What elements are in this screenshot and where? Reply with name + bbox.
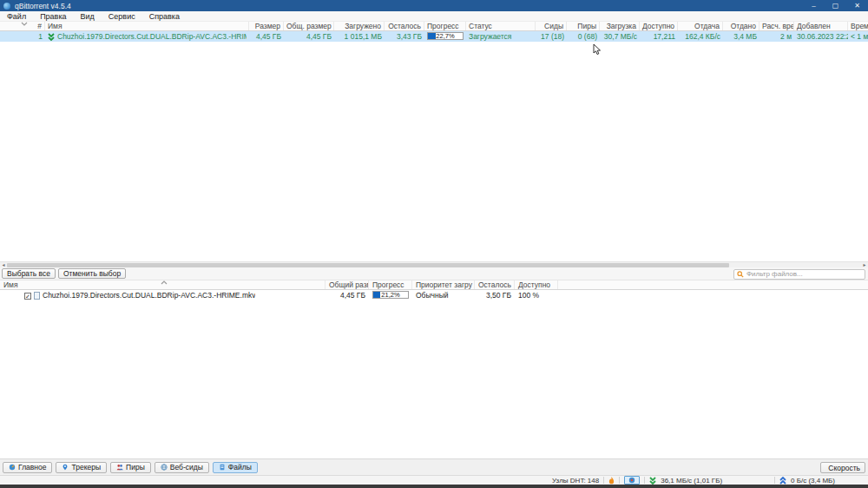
torrent-progress-cell: 22,7% (424, 31, 466, 42)
col-up-speed[interactable]: Отдача (678, 22, 723, 30)
torrent-down-speed: 30,7 МБ/с (600, 31, 640, 42)
deselect-all-button[interactable]: Отменить выбор (58, 268, 126, 279)
window-bottom-edge (0, 485, 868, 488)
torrent-added-on: 30.06.2023 22:25 (794, 31, 848, 42)
torrent-seeds: 17 (18) (536, 31, 567, 42)
torrent-list-header: # Имя Размер Общ. размер Загружено Остал… (0, 22, 868, 31)
menu-help[interactable]: Справка (142, 11, 187, 22)
torrent-downloaded: 1 015,1 МБ (334, 31, 385, 42)
close-button[interactable]: ✕ (846, 0, 868, 11)
col-remaining[interactable]: Осталось (385, 22, 424, 30)
file-availability: 100 % (515, 290, 558, 301)
torrent-progress-bar: 22,7% (427, 32, 464, 40)
col-status[interactable]: Статус (466, 22, 536, 30)
file-checkbox[interactable]: ✓ (24, 293, 31, 300)
torrent-size: 4,45 ГБ (249, 31, 284, 42)
col-downloaded[interactable]: Загружено (334, 22, 385, 30)
torrent-number: 1 (0, 31, 45, 42)
file-priority[interactable]: Обычный (412, 290, 475, 301)
separator (619, 477, 620, 484)
connection-status-icon (628, 477, 635, 484)
search-icon (737, 271, 744, 278)
torrent-remaining: 3,43 ГБ (385, 31, 424, 42)
speed-button[interactable]: Скорость (820, 462, 865, 473)
files-icon (219, 464, 226, 471)
torrent-time-active: < 1 м (848, 31, 868, 42)
upload-speed-icon (779, 477, 786, 485)
col-time-active[interactable]: Время акти (848, 22, 868, 30)
menu-view[interactable]: Вид (74, 11, 102, 22)
menu-tools[interactable]: Сервис (102, 11, 142, 22)
menu-bar: Файл Правка Вид Сервис Справка (0, 11, 868, 22)
downloading-status-icon (48, 33, 55, 41)
file-filter-box (733, 269, 865, 280)
minimize-button[interactable]: – (803, 0, 825, 11)
files-panel: Имя Общий размер Прогресс Приоритет загр… (0, 280, 868, 458)
torrent-peers: 0 (68) (567, 31, 600, 42)
col-down-speed[interactable]: Загрузка (600, 22, 640, 30)
file-progress-bar: 21,2% (372, 291, 409, 299)
tab-webseeds[interactable]: Веб-сиды (155, 462, 209, 473)
window-title: qBittorrent v4.5.4 (15, 2, 803, 10)
separator (774, 477, 775, 484)
torrent-row[interactable]: 1 Chuzhoi.1979.Directors.Cut.DUAL.BDRip-… (0, 31, 868, 42)
torrent-eta: 2 м (760, 31, 794, 42)
title-bar: qBittorrent v4.5.4 – ▢ ✕ (0, 0, 868, 11)
files-toolbar: Выбрать все Отменить выбор (0, 267, 868, 280)
global-upload-speed: 0 Б/с (3,4 МБ) (791, 477, 835, 485)
files-header: Имя Общий размер Прогресс Приоритет загр… (0, 280, 868, 290)
maximize-button[interactable]: ▢ (825, 0, 846, 11)
col-total-size[interactable]: Общ. размер (284, 22, 334, 30)
fcol-priority[interactable]: Приоритет загру (412, 280, 475, 289)
torrent-status: Загружается (466, 31, 536, 42)
global-download-speed: 36,1 МБ/с (1,01 ГБ) (661, 477, 722, 485)
file-icon (34, 292, 40, 300)
torrent-uploaded: 3,4 МБ (723, 31, 760, 42)
tab-trackers[interactable]: Трекеры (56, 462, 107, 473)
col-name[interactable]: Имя (45, 22, 249, 30)
alt-speed-flame-icon[interactable] (608, 477, 615, 485)
fcol-remaining[interactable]: Осталось (475, 280, 515, 289)
col-progress[interactable]: Прогресс (424, 22, 466, 30)
tab-general[interactable]: Главное (3, 462, 52, 473)
col-peers[interactable]: Пиры (567, 22, 600, 30)
col-eta[interactable]: Расч. время (760, 22, 794, 30)
properties-tab-bar: Главное Трекеры Пиры Веб-сиды (0, 458, 868, 475)
connection-status-box[interactable] (624, 476, 640, 485)
download-speed-icon (649, 477, 656, 485)
col-uploaded[interactable]: Отдано (723, 22, 760, 30)
torrent-availability: 17,211 (640, 31, 678, 42)
torrent-list: # Имя Размер Общ. размер Загружено Остал… (0, 22, 868, 261)
fcol-progress[interactable]: Прогресс (369, 280, 412, 289)
status-bar: Узлы DHT: 148 36,1 МБ/с (1,01 ГБ) 0 Б/с … (0, 475, 868, 485)
fcol-total-size[interactable]: Общий размер (326, 280, 369, 289)
torrent-total-size: 4,45 ГБ (284, 31, 334, 42)
select-all-button[interactable]: Выбрать все (2, 268, 56, 279)
file-total-size: 4,45 ГБ (326, 290, 369, 301)
tab-peers[interactable]: Пиры (110, 462, 151, 473)
file-filter-input[interactable] (746, 270, 862, 279)
torrent-progress-label: 22,7% (428, 33, 463, 39)
file-row[interactable]: ✓ Chuzhoi.1979.Directors.Cut.DUAL.BDRip-… (0, 290, 868, 301)
qbittorrent-window: qBittorrent v4.5.4 – ▢ ✕ Файл Правка Вид… (0, 0, 868, 488)
file-progress-label: 21,2% (373, 292, 408, 298)
col-seeds[interactable]: Сиды (536, 22, 567, 30)
menu-edit[interactable]: Правка (33, 11, 73, 22)
file-progress-cell: 21,2% (369, 290, 412, 301)
sort-indicator-icon (21, 22, 28, 26)
tab-files[interactable]: Файлы (213, 462, 258, 473)
col-availability[interactable]: Доступно (640, 22, 678, 30)
globe-icon (161, 464, 168, 471)
torrent-name: Chuzhoi.1979.Directors.Cut.DUAL.BDRip-AV… (57, 31, 247, 42)
menu-file[interactable]: Файл (0, 11, 33, 22)
file-name: Chuzhoi.1979.Directors.Cut.DUAL.BDRip-AV… (43, 290, 255, 301)
app-logo-icon (3, 3, 10, 10)
location-pin-icon (62, 464, 69, 471)
peers-icon (116, 464, 123, 471)
col-added-on[interactable]: Добавлен (794, 22, 848, 30)
horizontal-scrollbar[interactable]: ◂ ▸ (0, 261, 868, 267)
fcol-availability[interactable]: Доступно (515, 280, 558, 289)
col-size[interactable]: Размер (249, 22, 284, 30)
file-name-cell: ✓ Chuzhoi.1979.Directors.Cut.DUAL.BDRip-… (0, 290, 326, 301)
files-sort-indicator-icon (161, 280, 168, 285)
